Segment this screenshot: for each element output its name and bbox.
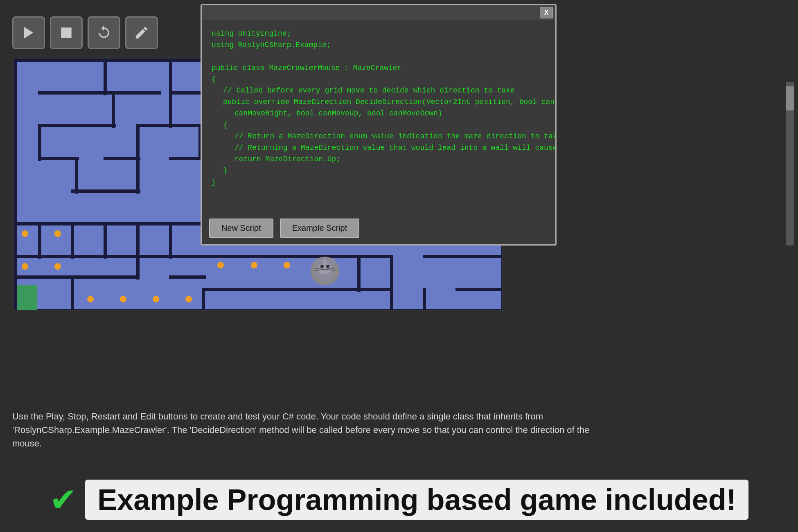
checkmark-icon: ✔ — [50, 481, 77, 519]
code-line-2: using RoslynCSharp.Example; — [212, 40, 546, 51]
code-line-10: // Return a MazeDirection enum value ind… — [212, 131, 546, 142]
maze-wall — [75, 157, 78, 194]
maze-wall — [17, 275, 140, 279]
dot — [217, 262, 224, 268]
maze-wall — [38, 124, 116, 127]
stop-button[interactable] — [50, 16, 83, 49]
dot — [251, 262, 257, 268]
code-modal-header: X — [202, 5, 555, 20]
maze-wall — [136, 255, 140, 280]
code-line-7: public override MazeDirection DecideDire… — [212, 97, 546, 108]
maze-wall — [169, 91, 202, 95]
maze-wall — [136, 222, 140, 259]
maze-wall — [234, 288, 357, 291]
edit-button[interactable] — [125, 16, 158, 49]
svg-marker-0 — [24, 27, 33, 39]
maze-wall — [14, 59, 202, 62]
code-line-14: } — [212, 177, 546, 188]
stop-icon — [59, 25, 74, 41]
maze-wall — [455, 288, 503, 291]
maze-wall — [17, 255, 205, 258]
maze-wall — [202, 255, 390, 258]
code-line-13: } — [212, 165, 546, 177]
maze-wall — [104, 222, 107, 259]
code-line-8: canMoveRight, bool canMoveUp, bool canMo… — [212, 108, 546, 119]
dot — [54, 263, 61, 270]
maze-wall — [38, 124, 41, 161]
restart-button[interactable] — [88, 16, 120, 49]
banner-text: Example Programming based game included! — [85, 480, 748, 520]
dot — [22, 230, 28, 237]
maze-wall — [14, 59, 17, 311]
code-modal-footer: New Script Example Script — [202, 214, 555, 244]
maze-wall — [357, 255, 361, 292]
scrollbar-thumb[interactable] — [786, 86, 794, 110]
maze-wall — [71, 222, 74, 259]
maze-wall — [136, 124, 173, 127]
maze-wall — [38, 91, 161, 95]
maze-wall — [14, 309, 503, 311]
description-text: Use the Play, Stop, Restart and Edit but… — [12, 410, 786, 450]
maze-wall — [423, 288, 426, 311]
edit-icon — [134, 25, 149, 41]
dot — [22, 263, 28, 270]
svg-point-7 — [326, 265, 329, 268]
maze-wall — [17, 222, 205, 225]
example-script-button[interactable]: Example Script — [280, 219, 360, 238]
dot — [120, 296, 126, 302]
code-content: using UnityEngine; using RoslynCSharp.Ex… — [202, 20, 555, 214]
svg-rect-1 — [61, 27, 71, 38]
maze-wall — [390, 255, 393, 311]
dot — [153, 296, 159, 302]
maze-wall — [423, 255, 503, 258]
maze-wall — [38, 157, 79, 160]
toolbar — [12, 16, 158, 49]
dot — [185, 296, 192, 302]
maze-wall — [71, 275, 74, 311]
dot — [284, 262, 290, 268]
new-script-button[interactable]: New Script — [209, 219, 273, 238]
maze-wall — [169, 157, 202, 160]
code-line-5: { — [212, 74, 546, 86]
play-button[interactable] — [12, 16, 45, 49]
code-line-1: using UnityEngine; — [212, 28, 546, 40]
dot — [87, 296, 94, 302]
maze-wall — [104, 59, 107, 95]
maze-wall — [71, 189, 140, 193]
code-line-6: // Called before every grid move to deci… — [212, 85, 546, 97]
maze-wall — [357, 288, 390, 291]
code-line-9: { — [212, 119, 546, 131]
code-modal: X using UnityEngine; using RoslynCSharp.… — [201, 4, 557, 246]
exit-marker — [17, 285, 37, 310]
scrollbar[interactable] — [786, 82, 794, 246]
svg-point-6 — [320, 265, 324, 268]
maze-wall — [169, 222, 172, 259]
bottom-banner: ✔ Example Programming based game include… — [12, 480, 786, 520]
maze-wall — [169, 124, 202, 127]
maze-wall — [112, 91, 115, 128]
code-line-11: // Returning a MazeDirection value that … — [212, 142, 546, 154]
close-button[interactable]: X — [540, 7, 553, 18]
mouse-character — [311, 257, 339, 285]
code-line-12: return MazeDirection.Up; — [212, 154, 546, 165]
play-icon — [21, 25, 36, 41]
dot — [54, 230, 61, 237]
maze-wall — [104, 157, 140, 160]
maze-wall — [169, 275, 206, 279]
maze-wall — [202, 288, 205, 311]
restart-icon — [96, 25, 112, 41]
description-content: Use the Play, Stop, Restart and Edit but… — [12, 411, 589, 449]
code-line-3 — [212, 51, 546, 63]
code-line-4: public class MazeCrawlerMouse : MazeCraw… — [212, 63, 546, 74]
maze-wall — [38, 222, 41, 259]
